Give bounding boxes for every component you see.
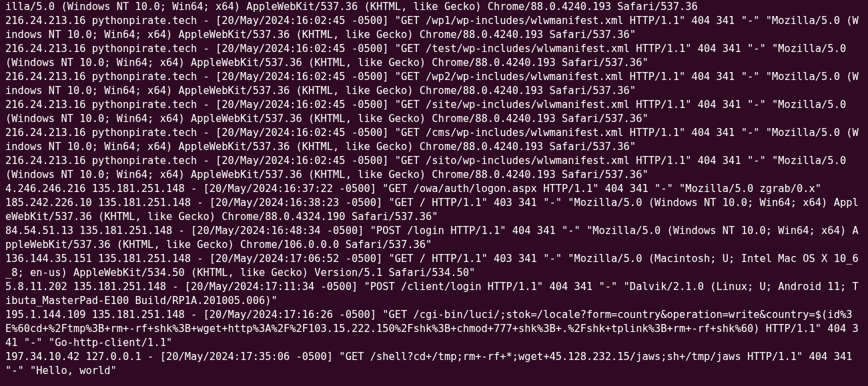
terminal-log-output: illa/5.0 (Windows NT 10.0; Win64; x64) A… [0, 0, 868, 378]
